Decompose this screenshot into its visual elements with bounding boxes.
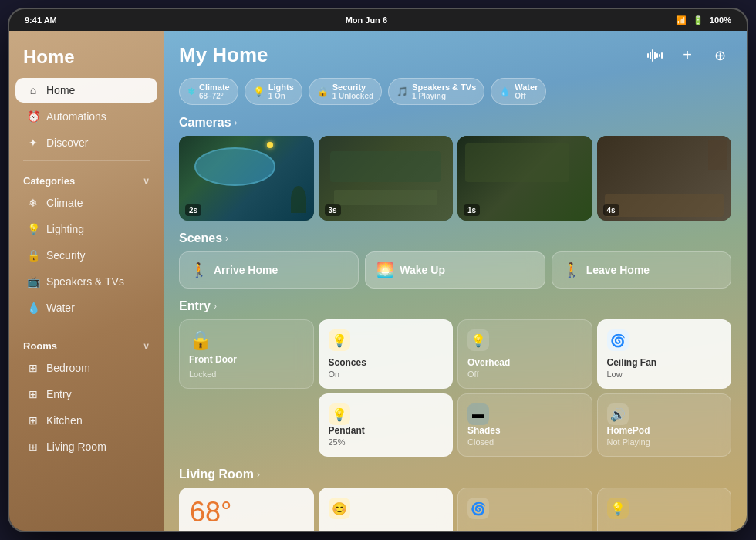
wake-up-label: Wake Up [400, 264, 445, 276]
entry-section: Entry › 🔒 Front Door Locked [179, 299, 731, 457]
chip-climate-icon: ❄ [187, 86, 195, 97]
front-door-name: Front Door [189, 354, 237, 365]
chip-security-label: Security [332, 83, 373, 92]
camera-pool-timer: 2s [185, 204, 201, 216]
scene-wake-up[interactable]: 🌅 Wake Up [365, 251, 545, 289]
sidebar-item-speakers[interactable]: 📺 Speakers & TVs [15, 269, 157, 294]
sidebar-item-entry[interactable]: ⊞ Entry [15, 382, 157, 407]
sidebar-divider-2 [23, 326, 150, 326]
sidebar-item-living-room[interactable]: ⊞ Living Room [15, 434, 157, 459]
chip-speakers-sub: 1 Playing [412, 92, 476, 100]
camera-driveway-timer: 1s [464, 204, 480, 216]
chip-lights[interactable]: 💡 Lights 1 On [245, 78, 302, 105]
smart-fan-top: 🌀 [467, 498, 582, 519]
overhead-top: 💡 [467, 329, 582, 351]
sidebar-item-kitchen[interactable]: ⊞ Kitchen [15, 408, 157, 433]
camera-living[interactable]: 4s [597, 136, 732, 221]
sidebar-kitchen-label: Kitchen [46, 414, 83, 427]
sidebar-item-climate[interactable]: ❄ Climate [15, 191, 157, 215]
thermostat-temp: 68° [190, 498, 303, 526]
device-thermostat[interactable]: 68° Thermostat Heating to 70 [179, 488, 314, 531]
more-button[interactable]: ⊕ [708, 44, 731, 67]
cameras-section-header: Cameras › [179, 116, 731, 130]
sidebar-item-water[interactable]: 💧 Water [15, 295, 157, 320]
sidebar-item-security[interactable]: 🔒 Security [15, 243, 157, 268]
homepod-status: Not Playing [607, 437, 722, 447]
camera-living-timer: 4s [603, 204, 619, 216]
sidebar-item-home[interactable]: ⌂ Home [15, 78, 157, 103]
status-time: 9:41 AM [25, 15, 57, 25]
device-homepod[interactable]: 🔊 HomePod Not Playing [597, 393, 732, 457]
camera-pool[interactable]: 2s [179, 136, 314, 221]
device-shades[interactable]: ▬ Shades Closed [457, 393, 592, 457]
overhead-status: Off [467, 370, 582, 379]
ceiling-fan-name: Ceiling Fan [607, 357, 722, 368]
entry-arrow[interactable]: › [214, 301, 217, 312]
cameras-arrow[interactable]: › [235, 117, 238, 128]
scene-arrive-home[interactable]: 🚶 Arrive Home [179, 251, 359, 289]
kitchen-icon: ⊞ [26, 414, 40, 427]
device-accent-lights[interactable]: 💡 Accent Lights Off [597, 488, 732, 531]
categories-title: Categories [23, 175, 75, 187]
chip-security[interactable]: 🔒 Security 1 Unlocked [309, 78, 382, 105]
ceiling-fan-icon: 🌀 [607, 329, 629, 351]
device-smart-fan[interactable]: 🌀 Smart Fan Off [457, 488, 592, 531]
automations-icon: ⏰ [26, 110, 40, 123]
rooms-section-header: Rooms ∨ [9, 331, 164, 355]
water-icon: 💧 [26, 302, 40, 314]
sidebar-item-lighting[interactable]: 💡 Lighting [15, 217, 157, 241]
sidebar-item-discover[interactable]: ✦ Discover [15, 130, 157, 155]
add-button[interactable]: + [676, 44, 699, 67]
sidebar-item-automations[interactable]: ⏰ Automations [15, 104, 157, 129]
scene-leave-home[interactable]: 🚶 Leave Home [552, 251, 731, 289]
camera-garage[interactable]: 3s [319, 136, 454, 221]
chip-water[interactable]: 💧 Water Off [491, 78, 546, 105]
homepod-name: HomePod [607, 425, 722, 436]
shades-icon: ▬ [467, 403, 489, 425]
cameras-grid: 2s 3s 1s [179, 136, 731, 221]
chip-speakers-icon: 🎵 [397, 86, 408, 97]
header-actions: + ⊕ [643, 44, 731, 67]
battery-level: 100% [710, 15, 731, 25]
bookshelf-decoration [708, 140, 727, 170]
chip-speakers[interactable]: 🎵 Speakers & TVs 1 Playing [388, 78, 484, 105]
main-content: My Home + ⊕ [164, 31, 747, 531]
tree-decoration [291, 186, 306, 213]
shades-name: Shades [467, 425, 582, 436]
svg-rect-5 [659, 54, 660, 57]
sidebar: Home ⌂ Home ⏰ Automations ✦ Discover Cat… [9, 31, 164, 531]
ceiling-lights-top: 😊 [329, 498, 444, 519]
lock-icon: 🔒 [189, 329, 212, 351]
chip-security-icon: 🔒 [317, 86, 329, 97]
living-room-arrow[interactable]: › [257, 469, 260, 480]
rooms-title: Rooms [23, 340, 57, 352]
pendant-status: 25% [329, 437, 444, 447]
sidebar-bedroom-label: Bedroom [46, 362, 90, 374]
svg-rect-2 [652, 49, 653, 62]
device-sconces[interactable]: 💡 Sconces On [319, 319, 454, 389]
device-front-door[interactable]: 🔒 Front Door Locked [179, 319, 314, 389]
pendant-name: Pendant [329, 425, 444, 436]
svg-rect-0 [647, 53, 649, 58]
entry-section-header: Entry › [179, 299, 731, 313]
device-ceiling-lights[interactable]: 😊 Ceiling Lights 90% [319, 488, 454, 531]
chip-climate[interactable]: ❄ Climate 68–72° [179, 78, 238, 105]
scenes-arrow[interactable]: › [225, 233, 228, 244]
device-pendant[interactable]: 💡 Pendant 25% [319, 393, 454, 457]
device-ceiling-fan[interactable]: 🌀 Ceiling Fan Low [597, 319, 732, 389]
ceiling-fan-top: 🌀 [607, 329, 722, 351]
accent-lights-name: Accent Lights [607, 530, 722, 531]
categories-chevron: ∨ [143, 176, 150, 187]
ceiling-fan-status: Low [607, 370, 722, 379]
device-overhead[interactable]: 💡 Overhead Off [457, 319, 592, 389]
discover-icon: ✦ [26, 137, 40, 149]
camera-garage-timer: 3s [325, 204, 341, 216]
sidebar-item-bedroom[interactable]: ⊞ Bedroom [15, 356, 157, 380]
sidebar-water-label: Water [46, 302, 75, 314]
sidebar-security-label: Security [46, 249, 86, 262]
camera-driveway[interactable]: 1s [457, 136, 592, 221]
shades-status: Closed [467, 437, 582, 447]
waveform-button[interactable] [643, 44, 667, 67]
svg-rect-4 [656, 53, 658, 58]
category-chips: ❄ Climate 68–72° 💡 Lights 1 On 🔒 [179, 78, 731, 105]
